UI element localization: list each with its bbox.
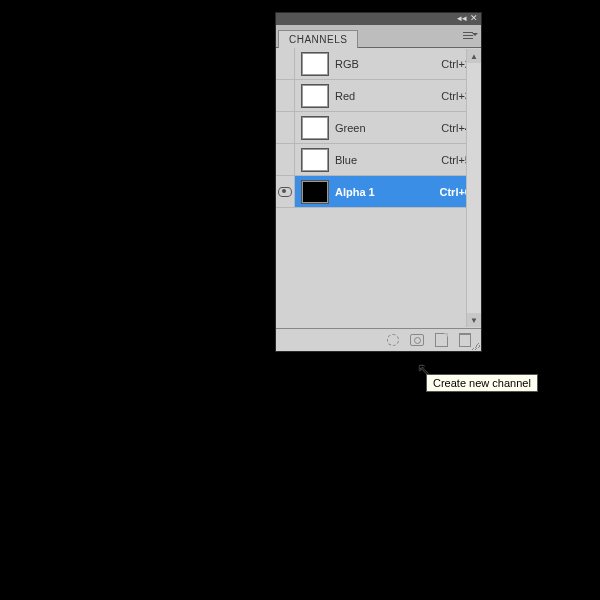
channel-row[interactable]: RedCtrl+3: [276, 80, 481, 112]
scrollbar[interactable]: ▲ ▼: [466, 49, 481, 327]
resize-grip-icon[interactable]: [470, 340, 480, 350]
tab-channels[interactable]: CHANNELS: [278, 30, 358, 48]
scroll-up-icon[interactable]: ▲: [467, 49, 481, 63]
panel-titlebar[interactable]: ◂◂ ✕: [276, 13, 481, 25]
scroll-down-icon[interactable]: ▼: [467, 313, 481, 327]
visibility-toggle[interactable]: [276, 48, 295, 79]
channel-name: RGB: [335, 58, 441, 70]
channel-thumbnail: [301, 148, 329, 172]
channel-row[interactable]: BlueCtrl+5: [276, 144, 481, 176]
collapse-icon[interactable]: ◂◂: [457, 14, 467, 23]
visibility-toggle[interactable]: [276, 176, 295, 207]
channels-panel: ◂◂ ✕ CHANNELS RGBCtrl+2RedCtrl+3GreenCtr…: [275, 12, 482, 352]
panel-footer: [276, 328, 481, 351]
tab-row: CHANNELS: [276, 25, 481, 48]
close-icon[interactable]: ✕: [470, 14, 478, 23]
eye-icon: [278, 187, 292, 197]
channel-name: Red: [335, 90, 441, 102]
save-selection-mask-icon[interactable]: [409, 333, 425, 347]
channel-thumbnail: [301, 180, 329, 204]
channel-name: Blue: [335, 154, 441, 166]
channel-name: Alpha 1: [335, 186, 440, 198]
new-channel-icon[interactable]: [433, 333, 449, 347]
channel-row[interactable]: Alpha 1Ctrl+6: [276, 176, 481, 208]
channel-row[interactable]: RGBCtrl+2: [276, 48, 481, 80]
channel-row[interactable]: GreenCtrl+4: [276, 112, 481, 144]
visibility-toggle[interactable]: [276, 144, 295, 175]
panel-menu-icon[interactable]: [463, 29, 477, 41]
channel-name: Green: [335, 122, 441, 134]
channel-thumbnail: [301, 52, 329, 76]
visibility-toggle[interactable]: [276, 80, 295, 111]
channel-thumbnail: [301, 84, 329, 108]
visibility-toggle[interactable]: [276, 112, 295, 143]
mouse-cursor-icon: ↖: [417, 360, 430, 379]
load-selection-icon[interactable]: [385, 333, 401, 347]
channel-list: RGBCtrl+2RedCtrl+3GreenCtrl+4BlueCtrl+5A…: [276, 48, 481, 328]
channel-thumbnail: [301, 116, 329, 140]
tooltip: Create new channel: [426, 374, 538, 392]
